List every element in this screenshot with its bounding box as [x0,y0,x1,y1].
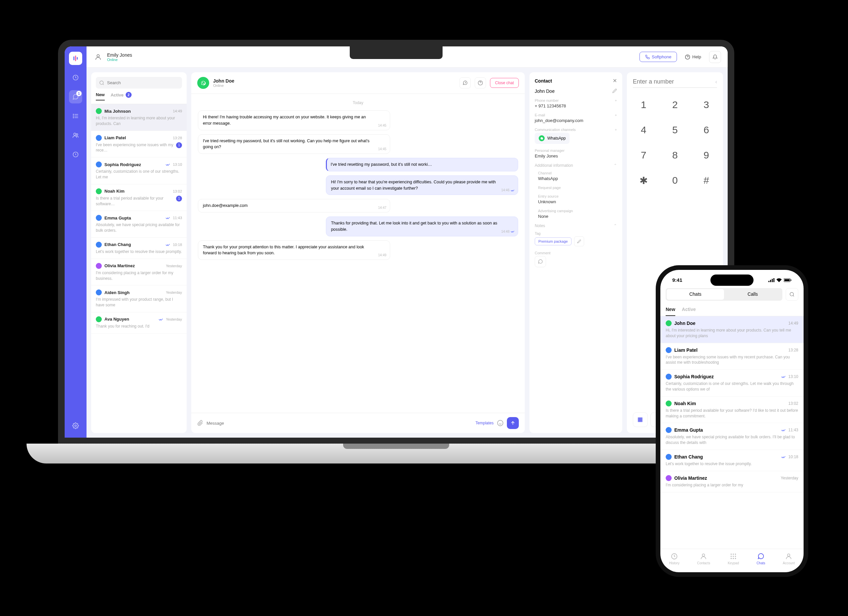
add-channel-icon[interactable]: + [615,128,617,132]
chat-list-item[interactable]: Noah Kim 13:02 Is there a trial period a… [91,184,187,211]
chat-list-item[interactable]: Ethan Chang 10:18 Let's work together to… [91,238,187,259]
tab-active[interactable]: Active 2 [111,92,132,101]
nav-chats-icon[interactable]: 1 [69,90,82,104]
keypad-key[interactable]: 3 [695,96,717,114]
chat-list-item[interactable]: Emma Gupta 11:43 Absolutely, we have spe… [91,211,187,238]
phone-chat-item[interactable]: Liam Patel 13:28 I've been experiencing … [660,343,804,370]
notes-label: Notes [535,223,545,228]
keypad-key[interactable]: 6 [695,121,717,139]
keypad-key[interactable]: 8 [664,146,686,164]
edit-tag-button[interactable] [574,236,584,246]
request-page-label: Request page [538,186,561,190]
add-email-icon[interactable]: + [615,113,617,117]
phone-value: + 971 12345678 [535,104,617,108]
chat-item-snippet: I've been experiencing some issues with … [96,142,174,153]
phone-chat-item[interactable]: Noah Kim 13:02 Is there a trial period a… [660,396,804,423]
history-icon [670,552,678,560]
keypad-key[interactable]: ✱ [633,171,654,189]
chat-list-item[interactable]: Mia Johnson 14:49 Hi, I'm interested in … [91,104,187,131]
phone-chat-item[interactable]: Ethan Chang 10:18 Let's work together to… [660,450,804,471]
phone-chat-item[interactable]: John Doe 14:49 Hi, I'm interested in lea… [660,316,804,343]
phone-search-button[interactable] [786,288,798,301]
close-icon[interactable]: ✕ [612,77,617,84]
phone-chat-snippet: I've been experiencing some issues with … [666,355,798,366]
phone-chat-name: Ethan Chang [674,454,778,460]
phone-nav-chats[interactable]: Chats [756,552,765,565]
phone-chat-item[interactable]: Emma Gupta 11:43 Absolutely, we have spe… [660,423,804,450]
nav-settings-icon[interactable] [69,419,82,432]
add-comment-button[interactable] [535,256,546,267]
chat-item-time: 10:18 [173,243,182,247]
keypad-key[interactable]: 5 [664,121,686,139]
tab-new[interactable]: New [96,92,105,101]
phone-tab-new[interactable]: New [666,307,675,316]
nav-contacts-icon[interactable] [69,129,82,142]
chat-list-item[interactable]: Olivia Martinez Yesterday I'm considerin… [91,259,187,286]
chat-avatar-icon [96,162,102,168]
keypad-key[interactable]: 0 [664,171,686,189]
chat-transfer-button[interactable] [460,77,471,89]
phone-chat-item[interactable]: Olivia Martinez Yesterday I'm considerin… [660,471,804,492]
edit-icon[interactable] [612,89,617,93]
phone-nav-account[interactable]: Account [783,552,795,565]
chat-item-time: Yesterday [166,291,182,294]
phone-chat-time: 13:28 [788,348,798,352]
app-logo [69,52,82,65]
dialer-input[interactable] [633,78,713,85]
search-input[interactable] [96,77,182,89]
close-chat-button[interactable]: Close chat [490,78,519,88]
chat-item-snippet: Thank you for reaching out. I'd [96,324,182,329]
phone-nav-contacts[interactable]: Contacts [697,552,710,565]
phone-tab-active[interactable]: Active [682,307,696,316]
nav-history-icon[interactable] [69,148,82,161]
keypad-key[interactable]: 9 [695,146,717,164]
chat-item-name: Olivia Martinez [104,263,163,268]
softphone-button[interactable]: Softphone [639,52,677,62]
phone-chat-time: Yesterday [781,476,798,480]
svg-rect-2 [77,57,78,59]
chat-item-snippet: Is there a trial period available for yo… [96,196,174,207]
dialer-keypad-button[interactable] [633,413,648,427]
emoji-icon[interactable] [497,420,504,426]
dialer-backspace-icon[interactable]: ‹ [715,79,717,85]
add-phone-icon[interactable]: + [615,98,617,102]
svg-point-7 [73,114,74,115]
collapse-icon[interactable]: ⌃ [614,163,617,168]
message-input[interactable] [206,421,472,426]
notifications-button[interactable] [709,51,721,63]
keypad-key[interactable]: 1 [633,96,654,114]
attachment-icon[interactable] [197,420,203,426]
nav-clock-icon[interactable] [69,71,82,84]
nav-list-icon[interactable] [69,110,82,123]
notes-collapse-icon[interactable]: ⌃ [614,223,617,228]
chat-list-item[interactable]: Sophia Rodriguez 13:10 Certainly, custom… [91,157,187,184]
svg-rect-1 [75,56,76,61]
send-button[interactable] [507,417,519,429]
seg-calls[interactable]: Calls [724,289,781,300]
chat-help-button[interactable] [475,77,486,89]
phone-nav-history[interactable]: History [669,552,680,565]
comment-label: Comment [535,251,551,255]
chat-list-item[interactable]: Aiden Singh Yesterday I'm impressed with… [91,285,187,312]
chat-avatar-icon [96,289,102,295]
chat-list-item[interactable]: Liam Patel 13:28 I've been experiencing … [91,131,187,158]
phone-nav-keypad[interactable]: Keypad [728,552,739,565]
keypad-icon [729,552,737,560]
keypad-key[interactable]: # [695,171,717,189]
chat-list-panel: New Active 2 Mia Johnson 14:49 Hi, I'm i… [91,72,187,433]
chat-item-time: Yesterday [166,264,182,268]
svg-point-13 [75,425,77,427]
keypad-key[interactable]: 4 [633,121,654,139]
phone-chat-item[interactable]: Sophia Rodriguez 13:10 Certainly, custom… [660,370,804,396]
keypad-key[interactable]: 7 [633,146,654,164]
channel-field-value: WhatsApp [538,176,617,181]
templates-link[interactable]: Templates [475,421,494,425]
svg-rect-33 [641,421,642,422]
help-button[interactable]: Help [682,52,704,62]
svg-rect-0 [74,57,74,60]
keypad-key[interactable]: 2 [664,96,686,114]
chat-list-item[interactable]: Ava Nguyen Yesterday Thank you for reach… [91,312,187,334]
svg-rect-31 [638,421,639,422]
svg-point-11 [76,134,78,135]
seg-chats[interactable]: Chats [667,289,724,300]
